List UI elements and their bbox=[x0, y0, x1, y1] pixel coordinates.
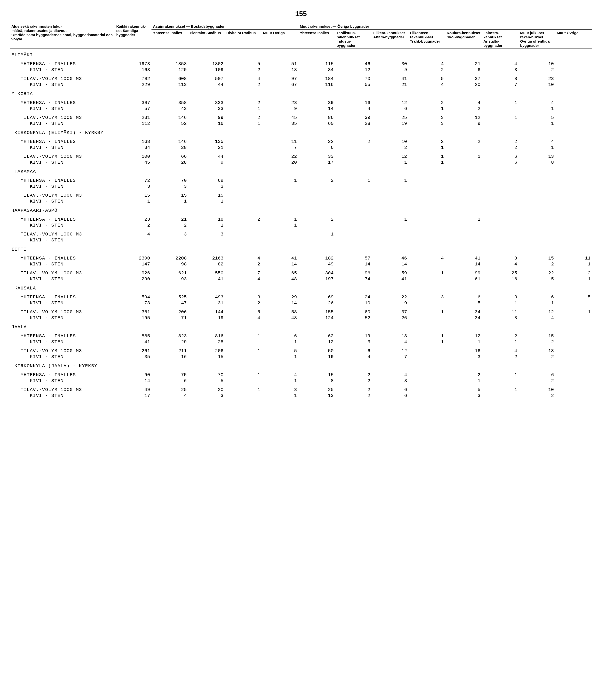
cell: 74 bbox=[335, 276, 372, 282]
cell: 3 bbox=[445, 354, 482, 360]
cell: 13 bbox=[372, 333, 408, 339]
cell: 2 bbox=[519, 67, 555, 73]
cell: 1 bbox=[298, 231, 335, 237]
cell: 2208 bbox=[151, 255, 188, 261]
cell: 1 bbox=[445, 339, 482, 345]
cell: 21 bbox=[188, 145, 225, 151]
cell bbox=[225, 145, 261, 151]
cell: 206 bbox=[188, 348, 225, 354]
cell bbox=[555, 393, 592, 399]
cell: 1 bbox=[555, 261, 592, 267]
cell bbox=[225, 192, 261, 198]
cell bbox=[408, 348, 445, 354]
row-label: YHTEENSÄ - INALLES bbox=[10, 217, 115, 222]
cell bbox=[482, 178, 519, 183]
cell: 69 bbox=[298, 294, 335, 300]
cell bbox=[225, 354, 261, 360]
cell: 2 bbox=[408, 139, 445, 145]
cell: 1 bbox=[445, 378, 482, 384]
row-label: TILAV.-VOLYM 1000 M3 bbox=[10, 348, 115, 354]
cell: 4 bbox=[151, 393, 188, 399]
cell: 34 bbox=[115, 145, 151, 151]
cell bbox=[408, 378, 445, 384]
cell: 4 bbox=[408, 61, 445, 67]
cell bbox=[519, 192, 555, 198]
row-label: KIVI - STEN bbox=[10, 276, 115, 282]
cell: 2 bbox=[372, 145, 408, 151]
cell: 45 bbox=[115, 159, 151, 166]
cell: 2 bbox=[335, 393, 372, 399]
cell: 1 bbox=[482, 300, 519, 306]
table-row: YHTEENSÄ - INALLES23211821211 bbox=[10, 217, 592, 222]
cell: 30 bbox=[372, 61, 408, 67]
cell: 12 bbox=[519, 309, 555, 315]
cell: 22 bbox=[372, 294, 408, 300]
cell: 25 bbox=[151, 387, 188, 393]
cell bbox=[408, 276, 445, 282]
cell: 4 bbox=[482, 261, 519, 267]
cell: 823 bbox=[151, 333, 188, 339]
cell: 3 bbox=[335, 339, 372, 345]
cell: 9 bbox=[188, 159, 225, 166]
cell: 261 bbox=[115, 348, 151, 354]
cell bbox=[335, 153, 372, 159]
row-label: KIVI - STEN bbox=[10, 354, 115, 360]
cell: 12 bbox=[445, 115, 482, 121]
cell: 17 bbox=[298, 159, 335, 166]
cell bbox=[519, 217, 555, 222]
cell bbox=[408, 354, 445, 360]
cell: 2 bbox=[445, 372, 482, 378]
table-row: YHTEENSÄ - INALLES5945254933296924223636… bbox=[10, 294, 592, 300]
cell: 229 bbox=[115, 82, 151, 88]
cell bbox=[555, 222, 592, 228]
cell bbox=[335, 198, 372, 204]
cell: 13 bbox=[519, 153, 555, 159]
cell: 1 bbox=[519, 106, 555, 112]
cell: 1 bbox=[372, 178, 408, 183]
cell: 2 bbox=[335, 372, 372, 378]
cell: 1 bbox=[408, 270, 445, 276]
cell: 37 bbox=[445, 76, 482, 82]
cell bbox=[408, 261, 445, 267]
row-label: KIVI - STEN bbox=[10, 300, 115, 306]
cell bbox=[372, 237, 408, 243]
cell: 9 bbox=[372, 67, 408, 73]
cell: 211 bbox=[151, 348, 188, 354]
cell: 15 bbox=[188, 192, 225, 198]
cell: 66 bbox=[151, 153, 188, 159]
cell: 19 bbox=[372, 121, 408, 127]
cell: 2 bbox=[115, 222, 151, 228]
cell bbox=[555, 67, 592, 73]
cell bbox=[298, 237, 335, 243]
header-asuin-group: Asuinrakennukset — Bostadsbyggnader bbox=[151, 23, 298, 30]
cell: 113 bbox=[151, 82, 188, 88]
row-label: TILAV.-VOLYM 1000 M3 bbox=[10, 387, 115, 393]
cell: 20 bbox=[261, 159, 298, 166]
cell: 75 bbox=[151, 372, 188, 378]
cell: 885 bbox=[115, 333, 151, 339]
cell: 14 bbox=[261, 261, 298, 267]
row-label: KIVI - STEN bbox=[10, 121, 115, 127]
cell bbox=[225, 237, 261, 243]
cell: 3 bbox=[372, 378, 408, 384]
cell: 16 bbox=[482, 276, 519, 282]
section-label: KIRKONKYLÄ (JAALA) - KYRKBY bbox=[10, 360, 592, 369]
row-label: YHTEENSÄ - INALLES bbox=[10, 61, 115, 67]
cell: 6 bbox=[482, 153, 519, 159]
cell: 184 bbox=[298, 76, 335, 82]
cell: 1 bbox=[151, 198, 188, 204]
cell: 3 bbox=[188, 183, 225, 190]
h-c9: Koulura-kennukset Skol-byggnader bbox=[445, 30, 482, 49]
cell bbox=[335, 145, 372, 151]
cell: 1 bbox=[482, 339, 519, 345]
cell: 5 bbox=[261, 348, 298, 354]
cell: 155 bbox=[298, 309, 335, 315]
table-row: KIVI - STEN2211 bbox=[10, 222, 592, 228]
section-label: TAKAMAA bbox=[10, 166, 592, 175]
cell: 129 bbox=[151, 67, 188, 73]
table-row: KIVI - STEN111 bbox=[10, 198, 592, 204]
cell: 3 bbox=[151, 183, 188, 190]
table-row: TILAV.-VOLYM 1000 M34331 bbox=[10, 231, 592, 237]
cell bbox=[445, 222, 482, 228]
cell: 23 bbox=[261, 100, 298, 106]
